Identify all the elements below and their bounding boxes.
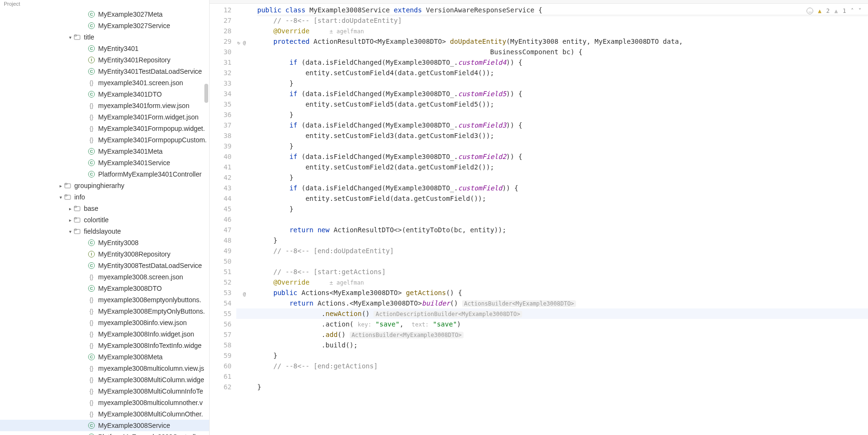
line-number[interactable]: 34 xyxy=(210,89,236,99)
chevron-down-icon[interactable]: ˅ xyxy=(858,6,861,16)
line-number[interactable]: 58 xyxy=(210,340,236,350)
tree-item[interactable]: {}myexample3008multicolumn.view.js xyxy=(0,363,209,374)
code-line[interactable]: } xyxy=(257,78,868,89)
code-line[interactable]: // --8<-- [end:doUpdateEntity] xyxy=(257,246,868,256)
line-number[interactable]: 54 xyxy=(210,298,236,308)
project-sidebar[interactable]: Project CMyExample3027MetaCMyExample3027… xyxy=(0,0,210,435)
code-line[interactable]: .add() ActionsBuilder<MyExample3008DTO> xyxy=(257,329,868,340)
code-line[interactable]: .build(); xyxy=(257,340,868,350)
line-number[interactable]: 50 xyxy=(210,256,236,267)
code-line[interactable]: } xyxy=(257,109,868,120)
code-line[interactable]: entity.setCustomField5(data.getCustomFie… xyxy=(257,99,868,109)
chevron-icon[interactable]: ▾ xyxy=(67,34,73,40)
code-line[interactable]: // --8<-- [end:getActions] xyxy=(257,361,868,371)
code-line[interactable]: .action( key: "save", text: "save") xyxy=(257,319,868,329)
scrollbar-thumb[interactable] xyxy=(204,84,208,103)
code-line[interactable]: } xyxy=(257,172,868,183)
code-line[interactable] xyxy=(257,214,868,225)
code-line[interactable]: @Override ± agelfman xyxy=(257,26,868,36)
tree-item[interactable]: CMyExample3401Meta xyxy=(0,146,209,157)
code-line[interactable]: entity.setCustomField4(data.getCustomFie… xyxy=(257,68,868,78)
line-number[interactable]: 42 xyxy=(210,172,236,183)
tree-item[interactable]: {}MyExample3008MultiColumn.widge xyxy=(0,374,209,386)
chevron-icon[interactable]: ▾ xyxy=(57,194,64,200)
tree-item[interactable]: {}MyExample3401Formpopup.widget. xyxy=(0,123,209,134)
tree-item[interactable]: IMyEntity3401Repository xyxy=(0,54,209,66)
line-number[interactable]: 51 xyxy=(210,267,236,277)
code-line[interactable]: @Override ± agelfman xyxy=(257,277,868,287)
code-line[interactable]: public Actions<MyExample3008DTO> getActi… xyxy=(257,287,868,298)
tree-item[interactable]: ▾title xyxy=(0,31,209,43)
tree-item[interactable]: CMyExample3008Meta xyxy=(0,351,209,363)
tree-item[interactable]: {}MyExample3008InfoTextInfo.widge xyxy=(0,340,209,351)
code-line[interactable]: if (data.isFieldChanged(MyExample3008DTO… xyxy=(257,183,868,193)
code-line[interactable]: BusinessComponent bc) { xyxy=(257,47,868,57)
tree-item[interactable]: ▾info xyxy=(0,191,209,203)
tree-item[interactable]: {}myexample3008emptyonlybuttons. xyxy=(0,294,209,306)
tree-item[interactable]: ▾fieldslayoute xyxy=(0,226,209,237)
chevron-icon[interactable]: ▸ xyxy=(57,182,64,189)
line-number[interactable]: 48 xyxy=(210,235,236,246)
tree-item[interactable]: CMyExample3008Service xyxy=(0,420,209,431)
gutter-icon[interactable]: ↻ @ xyxy=(237,38,246,48)
chevron-icon[interactable]: ▸ xyxy=(67,217,73,223)
code-line[interactable] xyxy=(257,256,868,267)
tree-item[interactable]: {}MyExample3008Info.widget.json xyxy=(0,328,209,340)
line-number[interactable]: 32 xyxy=(210,68,236,78)
tree-item[interactable]: {}myexample3401.screen.json xyxy=(0,77,209,89)
tree-item[interactable]: {}myexample3008.screen.json xyxy=(0,271,209,283)
line-number[interactable]: 49 xyxy=(210,246,236,256)
line-number[interactable]: 33 xyxy=(210,78,236,89)
line-number[interactable]: 60 xyxy=(210,361,236,371)
line-number[interactable]: 47 xyxy=(210,225,236,235)
code-editor[interactable]: ▲2 ▲1 ˄ ˅ 12272829↻ @3031323334353637383… xyxy=(210,4,868,435)
code-line[interactable]: if (data.isFieldChanged(MyExample3008DTO… xyxy=(257,120,868,130)
tree-item[interactable]: {}myexample3008multicolumnother.v xyxy=(0,397,209,408)
tree-item[interactable]: CPlatformMyExample3401Controller xyxy=(0,168,209,180)
line-number[interactable]: 40 xyxy=(210,151,236,162)
line-number[interactable]: 45 xyxy=(210,204,236,214)
chevron-up-icon[interactable]: ˄ xyxy=(851,6,854,16)
line-number[interactable]: 53@ xyxy=(210,287,236,298)
code-line[interactable]: } xyxy=(257,382,868,392)
tree-item[interactable]: {}MyExample3008EmptyOnlyButtons. xyxy=(0,306,209,317)
line-number[interactable]: 38 xyxy=(210,130,236,141)
line-number[interactable]: 30 xyxy=(210,47,236,57)
line-number[interactable]: 43 xyxy=(210,183,236,193)
code-line[interactable]: // --8<-- [start:doUpdateEntity] xyxy=(257,15,868,26)
line-number[interactable]: 62 xyxy=(210,382,236,392)
tree-item[interactable]: CMyExample3401DTO xyxy=(0,89,209,100)
tree-item[interactable]: {}MyExample3401Form.widget.json xyxy=(0,111,209,123)
line-number[interactable]: 29↻ @ xyxy=(210,36,236,47)
line-number[interactable]: 41 xyxy=(210,162,236,172)
tree-item[interactable]: {}MyExample3008MultiColumnInfoTe xyxy=(0,386,209,397)
tree-item[interactable]: CMyEntity3008TestDataLoadService xyxy=(0,260,209,271)
tree-item[interactable]: {}myexample3401form.view.json xyxy=(0,100,209,111)
line-number[interactable]: 57 xyxy=(210,329,236,340)
chevron-icon[interactable]: ▸ xyxy=(67,205,73,212)
code-line[interactable]: protected ActionResultDTO<MyExample3008D… xyxy=(257,36,868,47)
code-line[interactable]: public class MyExample3008Service extend… xyxy=(257,5,868,15)
code-line[interactable]: entity.setCustomField3(data.getCustomFie… xyxy=(257,130,868,141)
code-line[interactable]: return Actions.<MyExample3008DTO>builder… xyxy=(257,298,868,308)
line-number[interactable]: 37 xyxy=(210,120,236,130)
line-number[interactable]: 46 xyxy=(210,214,236,225)
code-line[interactable]: if (data.isFieldChanged(MyExample3008DTO… xyxy=(257,151,868,162)
tree-item[interactable]: CMyEntity3008 xyxy=(0,237,209,248)
code-line[interactable]: return new ActionResultDTO<>(entityToDto… xyxy=(257,225,868,235)
line-number[interactable]: 31 xyxy=(210,57,236,68)
code-line[interactable]: if (data.isFieldChanged(MyExample3008DTO… xyxy=(257,57,868,68)
code-line[interactable]: if (data.isFieldChanged(MyExample3008DTO… xyxy=(257,89,868,99)
editor-tabbar[interactable] xyxy=(210,0,868,4)
line-number[interactable]: 36 xyxy=(210,109,236,120)
tree-item[interactable]: CMyExample3401Service xyxy=(0,157,209,168)
tree-item[interactable]: {}myexample3008info.view.json xyxy=(0,317,209,328)
line-number[interactable]: 28 xyxy=(210,26,236,36)
tree-item[interactable]: CMyEntity3401TestDataLoadService xyxy=(0,66,209,77)
tree-item[interactable]: {}MyExample3401FormpopupCustom. xyxy=(0,134,209,146)
code-line[interactable]: } xyxy=(257,204,868,214)
code-line[interactable]: entity.setCustomField(data.getCustomFiel… xyxy=(257,193,868,204)
line-number[interactable]: 55 xyxy=(210,308,236,319)
code-line[interactable] xyxy=(257,371,868,382)
tree-item[interactable]: CMyEntity3401 xyxy=(0,43,209,54)
